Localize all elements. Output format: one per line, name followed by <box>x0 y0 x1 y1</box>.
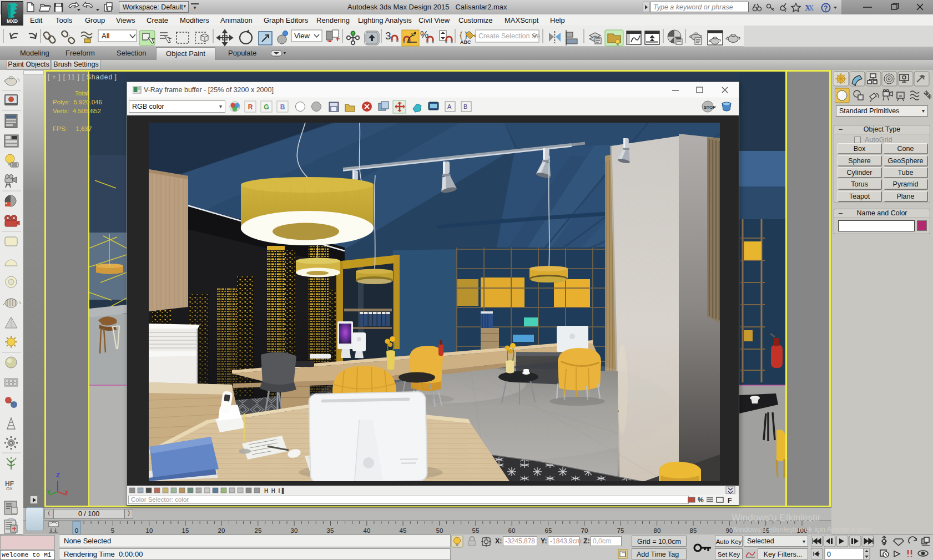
svg-text:ABC: ABC <box>460 39 471 45</box>
svg-text:25: 25 <box>255 527 262 534</box>
svg-text:35: 35 <box>327 527 334 534</box>
svg-text:A: A <box>447 103 452 110</box>
svg-text:50: 50 <box>436 527 443 534</box>
svg-text:80: 80 <box>654 527 661 534</box>
svg-text:5: 5 <box>111 527 114 534</box>
svg-text:20: 20 <box>218 527 225 534</box>
svg-text:Y: Y <box>47 488 51 495</box>
svg-text:R: R <box>248 103 253 111</box>
svg-text:X: X <box>808 3 814 12</box>
svg-text:B: B <box>280 103 285 111</box>
svg-text:75: 75 <box>617 527 624 534</box>
svg-text:View: View <box>294 32 310 40</box>
svg-text:G: G <box>264 103 269 111</box>
svg-text:B: B <box>463 103 467 110</box>
svg-text:H H I▐: H H I▐ <box>264 487 284 494</box>
svg-text:65: 65 <box>545 527 552 534</box>
svg-text:x: x <box>65 488 69 495</box>
svg-text:30: 30 <box>291 527 298 534</box>
svg-text:15: 15 <box>182 527 189 534</box>
svg-text:0: 0 <box>827 551 831 558</box>
svg-text:0: 0 <box>75 527 78 534</box>
svg-text:Z: Z <box>56 472 60 478</box>
svg-text:F: F <box>728 497 732 504</box>
svg-text:All: All <box>102 32 110 40</box>
svg-text:%: % <box>698 496 704 504</box>
svg-text:Create Selection Se: Create Selection Se <box>478 32 540 40</box>
svg-text:?: ? <box>824 4 828 12</box>
svg-text:85: 85 <box>690 527 697 534</box>
svg-text:55: 55 <box>472 527 480 534</box>
svg-text:40: 40 <box>364 527 371 534</box>
svg-text:STOP: STOP <box>704 105 716 110</box>
svg-text:70: 70 <box>581 527 588 534</box>
svg-text:3: 3 <box>385 30 391 42</box>
svg-text:60: 60 <box>508 527 516 534</box>
svg-text:45: 45 <box>400 527 407 534</box>
svg-text:OX: OX <box>6 486 13 491</box>
svg-text:10: 10 <box>146 527 153 534</box>
